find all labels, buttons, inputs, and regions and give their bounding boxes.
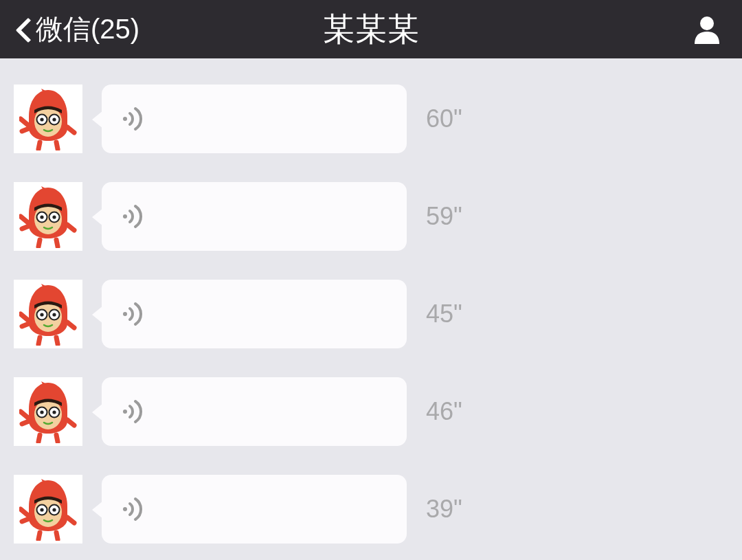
svg-point-18 [123,312,127,316]
voice-message[interactable] [102,182,407,251]
voice-message[interactable] [102,475,407,544]
message-list: 60" [0,58,742,544]
svg-point-24 [123,410,127,414]
svg-point-4 [40,117,43,121]
voice-duration: 46" [426,397,462,426]
svg-point-30 [123,507,127,511]
voice-duration: 59" [426,202,462,231]
message-row: 46" [14,377,728,446]
chat-header: 微信(25) 某某某 [0,0,742,58]
voice-icon [122,300,147,328]
chat-title: 某某某 [323,8,420,51]
svg-point-0 [700,16,714,30]
svg-point-11 [52,215,56,219]
svg-point-5 [52,117,56,121]
voice-message[interactable] [102,377,407,446]
voice-duration: 60" [426,104,462,133]
voice-message[interactable] [102,280,407,348]
avatar-icon [19,478,77,541]
svg-point-22 [40,410,43,414]
back-button[interactable]: 微信(25) [0,0,139,58]
avatar-icon [19,282,77,346]
message-row: 45" [14,280,728,348]
avatar-icon [19,380,77,443]
svg-point-12 [123,214,127,219]
message-row: 39" [14,475,728,544]
voice-duration: 45" [426,300,462,328]
svg-point-6 [123,117,127,121]
voice-icon [122,105,147,133]
avatar[interactable] [14,85,82,153]
svg-point-10 [40,215,43,219]
voice-icon [122,495,147,523]
person-icon [691,14,723,45]
svg-point-16 [40,313,43,316]
voice-icon [122,398,147,425]
svg-point-29 [52,508,56,511]
avatar[interactable] [14,475,82,544]
back-label: 微信(25) [36,10,139,48]
avatar-icon [19,185,77,248]
message-row: 59" [14,182,728,251]
avatar[interactable] [14,182,82,251]
voice-message[interactable] [102,85,407,153]
svg-point-23 [52,410,56,414]
avatar[interactable] [14,377,82,446]
avatar[interactable] [14,280,82,348]
chevron-left-icon [15,16,32,43]
avatar-icon [19,87,77,150]
contact-profile-button[interactable] [691,14,742,45]
svg-point-17 [52,313,56,316]
voice-icon [122,203,147,230]
message-row: 60" [14,85,728,153]
svg-point-28 [40,508,43,511]
voice-duration: 39" [426,495,462,524]
